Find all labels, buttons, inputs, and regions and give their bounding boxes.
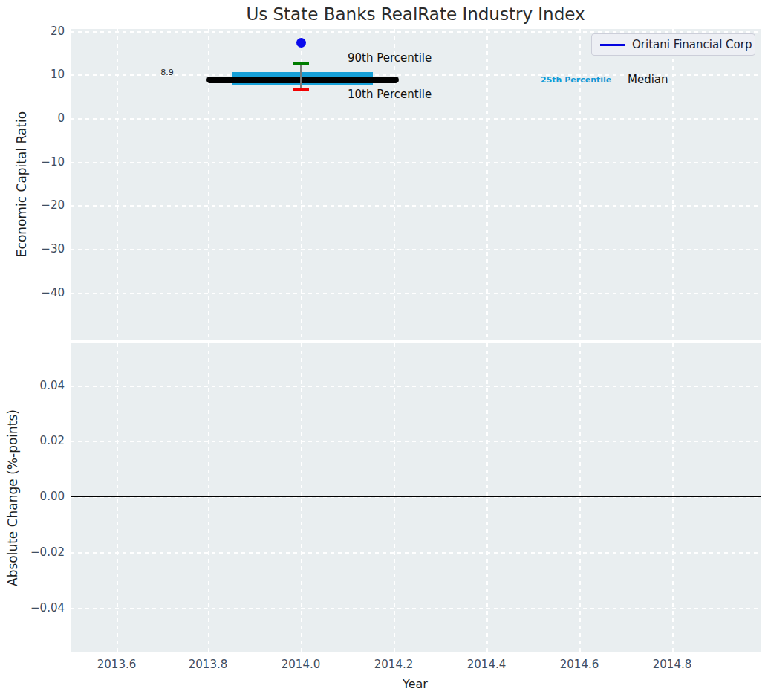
percentile-90-cap — [293, 62, 309, 65]
xtick: 2014.4 — [453, 658, 520, 670]
gridline — [579, 343, 581, 652]
bottom-plot-area — [71, 343, 761, 652]
xtick: 2013.6 — [83, 658, 150, 670]
xtick: 2014.0 — [267, 658, 334, 670]
gridline — [71, 118, 761, 120]
ytick: 0 — [0, 112, 65, 124]
xtick: 2014.6 — [546, 658, 613, 670]
percentile-10-cap — [293, 88, 309, 91]
percentile-25-label: 25th Percentile — [541, 74, 611, 87]
gridline — [71, 249, 761, 250]
gridline — [394, 343, 395, 652]
gridline — [301, 343, 302, 652]
xtick: 2014.8 — [639, 658, 706, 670]
ytick: −10 — [0, 156, 65, 168]
ytick: −30 — [0, 243, 65, 255]
ytick: 10 — [0, 68, 65, 80]
gridline — [672, 343, 674, 652]
median-line — [206, 77, 399, 83]
gridline — [71, 552, 761, 554]
percentile-10-label: 10th Percentile — [348, 88, 432, 101]
xtick: 2013.8 — [175, 658, 241, 670]
gridline — [71, 31, 761, 33]
zero-change-line — [71, 496, 761, 497]
figure: Us State Banks RealRate Industry Index 8… — [0, 0, 768, 700]
legend: Oritani Financial Corp — [591, 33, 755, 56]
gridline — [71, 205, 761, 207]
legend-line-sample — [600, 44, 625, 46]
gridline — [208, 343, 209, 652]
gridline — [71, 162, 761, 163]
company-data-point — [296, 38, 306, 48]
x-axis-label: Year — [341, 677, 489, 691]
xtick: 2014.2 — [360, 658, 427, 670]
top-y-axis-label: Economic Capital Ratio — [14, 51, 30, 318]
errorbar-stem — [300, 64, 302, 89]
percentile-90-label: 90th Percentile — [348, 51, 432, 65]
gridline — [71, 441, 761, 442]
ytick: −20 — [0, 199, 65, 211]
ytick: −40 — [0, 287, 65, 299]
legend-label: Oritani Financial Corp — [632, 38, 752, 51]
gridline — [486, 343, 488, 652]
gridline — [71, 386, 761, 387]
gridline — [71, 293, 761, 294]
median-value-label: 8.9 — [156, 66, 178, 80]
ytick: 20 — [0, 25, 65, 37]
gridline — [117, 343, 118, 652]
chart-title: Us State Banks RealRate Industry Index — [71, 4, 761, 24]
bottom-y-axis-label: Absolute Change (%-points) — [5, 364, 22, 632]
median-label: Median — [628, 73, 668, 86]
gridline — [71, 608, 761, 609]
